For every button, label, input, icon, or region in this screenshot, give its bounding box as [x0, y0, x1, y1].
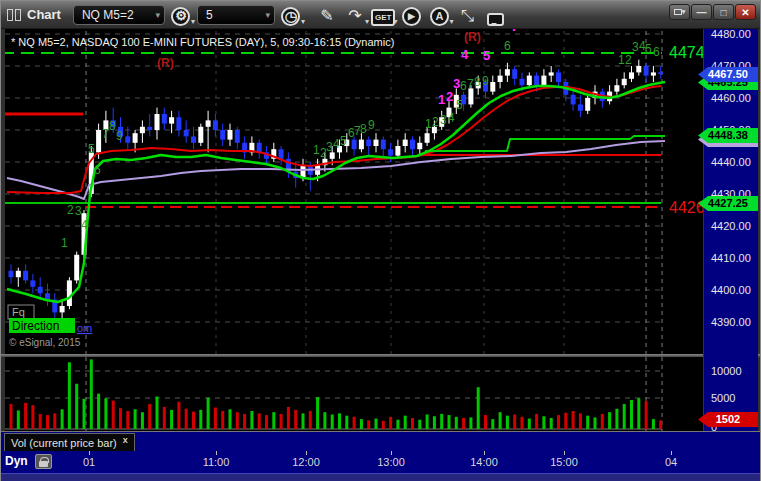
fq-label: Fq	[12, 306, 25, 318]
count-label: 8	[474, 75, 481, 89]
volume-pane	[5, 357, 703, 431]
axis-label: 4460.00	[711, 92, 751, 104]
speech-bubble-icon	[487, 13, 504, 26]
axis-label: 4410.00	[711, 252, 751, 264]
volume-bar	[557, 415, 560, 429]
candle	[490, 82, 495, 92]
time-label: 11:00	[203, 456, 230, 468]
volume-bar	[294, 410, 297, 429]
level-price-label: 4426	[669, 199, 703, 216]
volume-bar	[550, 418, 553, 429]
candle	[527, 76, 532, 86]
candle	[388, 149, 393, 155]
volume-bar	[440, 414, 443, 429]
time-axis[interactable]: Dyn 0111:0012:0013:0014:0015:0004	[1, 451, 760, 473]
resistance-label: (R)	[157, 56, 174, 70]
draw-button[interactable]: ✎	[315, 4, 339, 26]
volume-bar	[652, 419, 655, 429]
tab-volume-study[interactable]: Vol (current price bar) x	[4, 433, 135, 452]
volume-bar	[272, 412, 275, 429]
candle	[257, 143, 262, 153]
play-icon: ▶	[402, 7, 421, 26]
close-button[interactable]: ✕	[735, 4, 756, 20]
candle	[198, 127, 203, 143]
volume-bar	[104, 398, 107, 429]
volume-bar	[579, 413, 582, 429]
level-price-label: 4474	[669, 44, 703, 61]
volume-bar	[258, 413, 261, 429]
auto-trade-button[interactable]: A ▾	[427, 4, 451, 26]
get-data-button[interactable]: GET ▾	[371, 4, 395, 26]
time-tick	[391, 451, 392, 455]
maximize-button[interactable]: □	[713, 4, 734, 20]
volume-bar	[236, 412, 239, 429]
candle	[622, 79, 627, 85]
dyn-mode-label: Dyn	[5, 454, 28, 468]
symbol-dropdown[interactable]: NQ M5=2 ▾	[73, 5, 165, 25]
volume-bar	[61, 409, 64, 429]
volume-bar	[126, 411, 129, 429]
time-tick	[484, 451, 485, 455]
candle	[213, 120, 218, 130]
candle	[541, 76, 546, 86]
candle	[403, 140, 408, 146]
volume-bar	[148, 404, 151, 429]
count-label: 7	[102, 127, 109, 141]
time-template-button[interactable]: ◷ ▾	[279, 4, 303, 26]
volume-bar	[229, 409, 232, 429]
minimize-button[interactable]: —	[691, 4, 712, 20]
axis-label: 4440.00	[711, 156, 751, 168]
volume-bar	[185, 409, 188, 429]
volume-bar	[309, 411, 312, 429]
replay-button[interactable]: ▶	[399, 4, 423, 26]
volume-bar	[411, 418, 414, 429]
count-label: 3	[453, 76, 460, 91]
chevron-down-icon: ▾	[265, 10, 270, 20]
volume-bar	[331, 415, 334, 430]
axis-label: 5000	[711, 392, 735, 404]
symbol-settings-button[interactable]: ⚙ ▾	[169, 4, 193, 26]
chevron-down-icon: ▾	[155, 10, 160, 20]
candle	[359, 140, 364, 150]
count-label: 5	[88, 142, 95, 156]
count-label: 4	[333, 137, 340, 151]
candle	[498, 76, 503, 82]
candle	[352, 140, 357, 150]
volume-bar	[396, 420, 399, 429]
notes-button[interactable]	[483, 4, 507, 26]
volume-bar	[455, 417, 458, 429]
lock-icon[interactable]	[35, 454, 52, 469]
candle	[629, 72, 634, 78]
count-label: 9	[482, 74, 489, 88]
volume-bar	[53, 413, 56, 429]
count-label: 8	[360, 122, 367, 136]
volume-bar	[601, 414, 604, 429]
interval-value: 5	[206, 8, 213, 22]
candle	[169, 117, 174, 123]
time-tick	[216, 451, 217, 455]
chevron-down-icon: ▾	[191, 17, 195, 26]
time-tick	[671, 451, 672, 455]
candle	[38, 287, 43, 293]
volume-bar	[484, 415, 487, 429]
volume-bar	[97, 394, 100, 429]
candle	[549, 72, 554, 75]
blue-price-tag: 4467.50	[698, 67, 758, 82]
volume-bar	[426, 415, 429, 430]
get-icon: GET	[371, 9, 395, 26]
volume-bar	[630, 400, 633, 429]
volume-bar	[615, 409, 618, 429]
interval-dropdown[interactable]: 5 ▾	[197, 5, 275, 25]
volume-bar	[659, 420, 662, 429]
volume-bar	[572, 411, 575, 429]
close-icon[interactable]: x	[123, 435, 128, 445]
om-link[interactable]: om	[77, 322, 92, 334]
count-label: 3	[326, 140, 333, 154]
time-label: 15:00	[550, 456, 578, 468]
trendline-tool-button[interactable]: ⤡	[455, 4, 479, 26]
volume-bar	[594, 417, 597, 429]
restore-button[interactable]: ▾	[669, 4, 690, 20]
reload-data-button[interactable]: ↷ ▾	[343, 4, 367, 26]
price-axis[interactable]: 4480.004470.004460.004450.004440.004430.…	[703, 29, 758, 431]
direction-label: Direction	[12, 319, 59, 333]
